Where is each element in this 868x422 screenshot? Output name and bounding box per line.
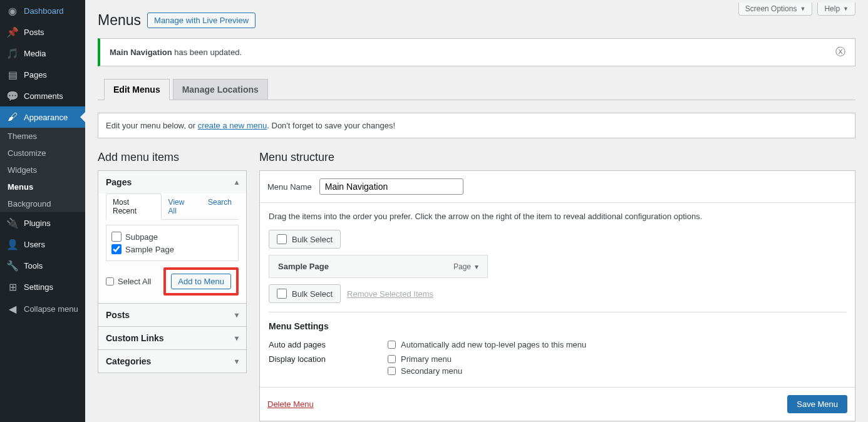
chevron-down-icon: ▼ xyxy=(800,6,805,12)
menu-instructions: Drag the items into the order you prefer… xyxy=(269,212,846,221)
nav-tabs: Edit Menus Manage Locations xyxy=(98,79,855,100)
dashboard-icon: ◉ xyxy=(6,4,19,17)
create-new-menu-link[interactable]: create a new menu xyxy=(198,121,267,130)
accordion-title: Posts xyxy=(106,310,130,320)
location-secondary-checkbox[interactable] xyxy=(388,367,396,375)
delete-menu-link[interactable]: Delete Menu xyxy=(267,399,314,409)
accordion-header-custom-links[interactable]: Custom Links▾ xyxy=(98,327,246,349)
menu-settings-heading: Menu Settings xyxy=(269,321,846,331)
accordion-title: Custom Links xyxy=(106,333,164,343)
subtab-view-all[interactable]: View All xyxy=(162,193,201,220)
info-text-pre: Edit your menu below, or xyxy=(106,121,198,130)
subtab-most-recent[interactable]: Most Recent xyxy=(106,193,162,220)
submenu-themes[interactable]: Themes xyxy=(0,128,85,145)
sidebar-item-tools[interactable]: 🔧Tools xyxy=(0,255,85,276)
sidebar-item-appearance[interactable]: 🖌Appearance xyxy=(0,106,85,128)
menu-item-sample-page[interactable]: Sample Page Page▾ xyxy=(269,255,488,278)
menu-item-title: Sample Page xyxy=(278,262,329,271)
submenu-menus[interactable]: Menus xyxy=(0,178,85,195)
add-menu-items-column: Add menu items Pages▴ Most Recent View A… xyxy=(98,151,247,421)
menu-name-input[interactable] xyxy=(319,178,463,195)
add-to-menu-button[interactable]: Add to Menu xyxy=(171,274,231,289)
accordion-title: Categories xyxy=(106,356,151,366)
sidebar-item-label: Appearance xyxy=(24,113,68,122)
collapse-menu-button[interactable]: ◀Collapse menu xyxy=(0,297,85,320)
page-checkbox[interactable] xyxy=(111,232,121,242)
screen-options-button[interactable]: Screen Options▼ xyxy=(738,3,813,16)
bulk-select-label: Bulk Select xyxy=(292,235,333,244)
manage-live-preview-button[interactable]: Manage with Live Preview xyxy=(147,13,256,28)
location-primary-checkbox[interactable] xyxy=(388,355,396,363)
chevron-down-icon: ▼ xyxy=(843,6,849,12)
info-text-post: . Don't forget to save your changes! xyxy=(267,121,395,130)
menu-settings: Auto add pages Automatically add new top… xyxy=(269,337,846,378)
tools-icon: 🔧 xyxy=(6,259,19,272)
tab-manage-locations[interactable]: Manage Locations xyxy=(173,79,268,100)
screen-options-label: Screen Options xyxy=(745,4,797,13)
submenu-customize[interactable]: Customize xyxy=(0,145,85,162)
subtab-search[interactable]: Search xyxy=(201,193,239,220)
select-all-checkbox[interactable] xyxy=(106,277,114,286)
sidebar-item-media[interactable]: 🎵Media xyxy=(0,43,85,64)
notice-strong: Main Navigation xyxy=(110,48,172,57)
pages-checklist: Subpage Sample Page xyxy=(106,225,239,261)
location-secondary-row[interactable]: Secondary menu xyxy=(388,366,462,376)
submenu-widgets[interactable]: Widgets xyxy=(0,162,85,178)
sidebar-item-plugins[interactable]: 🔌Plugins xyxy=(0,212,85,234)
tab-edit-menus[interactable]: Edit Menus xyxy=(104,79,170,100)
sidebar-item-label: Users xyxy=(24,240,45,249)
save-menu-button[interactable]: Save Menu xyxy=(787,395,847,413)
bulk-select-checkbox[interactable] xyxy=(277,234,287,244)
auto-add-pages-label: Auto add pages xyxy=(269,340,388,349)
plugins-icon: 🔌 xyxy=(6,217,19,229)
select-all-pages[interactable]: Select All xyxy=(106,277,151,286)
sidebar-item-comments[interactable]: 💬Comments xyxy=(0,85,85,106)
accordion-posts: Posts▾ xyxy=(98,304,246,327)
page-item-label: Sample Page xyxy=(125,245,174,254)
remove-selected-link[interactable]: Remove Selected Items xyxy=(347,289,433,299)
sidebar-item-label: Posts xyxy=(24,28,44,37)
accordion-body-pages: Most Recent View All Search Subpage Samp… xyxy=(98,193,246,303)
dismiss-notice-button[interactable]: ⓧ xyxy=(835,46,845,59)
location-primary-row[interactable]: Primary menu xyxy=(388,354,462,364)
collapse-icon: ◀ xyxy=(6,302,19,315)
accordion-header-pages[interactable]: Pages▴ xyxy=(98,171,246,193)
accordion: Pages▴ Most Recent View All Search Subpa… xyxy=(98,170,247,373)
sidebar-item-posts[interactable]: 📌Posts xyxy=(0,21,85,43)
display-location-label: Display location xyxy=(269,354,388,376)
pages-subtabs: Most Recent View All Search xyxy=(106,193,239,220)
help-button[interactable]: Help▼ xyxy=(817,3,855,16)
auto-add-checkbox-row[interactable]: Automatically add new top-level pages to… xyxy=(388,340,586,349)
page-item-sample-page[interactable]: Sample Page xyxy=(111,243,233,255)
auto-add-checkbox[interactable] xyxy=(388,341,396,349)
bulk-select-label: Bulk Select xyxy=(292,289,333,299)
submenu-background[interactable]: Background xyxy=(0,195,85,212)
chevron-down-icon: ▾ xyxy=(235,334,239,342)
notice-text: Main Navigation has been updated. xyxy=(110,48,242,57)
page-title: Menus xyxy=(98,12,141,29)
location-primary-label: Primary menu xyxy=(401,354,452,364)
comments-icon: 💬 xyxy=(6,90,19,102)
bulk-select-bottom[interactable]: Bulk Select xyxy=(269,284,341,303)
page-checkbox[interactable] xyxy=(111,244,121,254)
menu-structure-heading: Menu structure xyxy=(259,151,855,164)
sidebar-item-dashboard[interactable]: ◉Dashboard xyxy=(0,0,85,21)
sidebar-item-label: Settings xyxy=(24,282,53,292)
page-item-subpage[interactable]: Subpage xyxy=(111,230,233,243)
pages-icon: ▤ xyxy=(6,68,19,81)
menu-item-type-label: Page xyxy=(453,262,471,271)
accordion-header-categories[interactable]: Categories▾ xyxy=(98,350,246,373)
sidebar-item-settings[interactable]: ⊞Settings xyxy=(0,276,85,297)
accordion-header-posts[interactable]: Posts▾ xyxy=(98,304,246,326)
bulk-select-top[interactable]: Bulk Select xyxy=(269,230,341,249)
page-item-label: Subpage xyxy=(125,232,158,242)
menu-structure-column: Menu structure Menu Name Drag the items … xyxy=(259,151,855,421)
chevron-down-icon: ▾ xyxy=(235,357,239,366)
settings-icon: ⊞ xyxy=(6,280,19,293)
sidebar-item-users[interactable]: 👤Users xyxy=(0,234,85,255)
accordion-custom-links: Custom Links▾ xyxy=(98,327,246,350)
bulk-select-checkbox[interactable] xyxy=(277,289,287,299)
add-menu-items-heading: Add menu items xyxy=(98,151,247,164)
update-notice: Main Navigation has been updated. ⓧ xyxy=(98,38,855,66)
sidebar-item-pages[interactable]: ▤Pages xyxy=(0,64,85,85)
